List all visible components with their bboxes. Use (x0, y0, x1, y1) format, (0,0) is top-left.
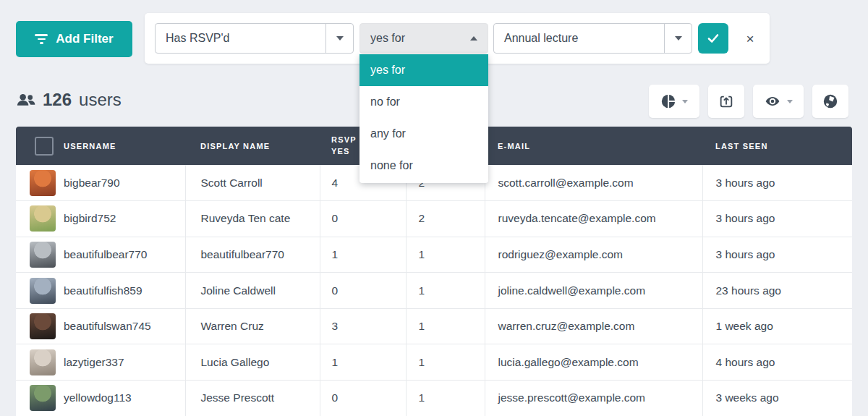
rsvp-other-count: 1 (406, 344, 485, 381)
rsvp-yes-count: 0 (320, 381, 406, 416)
email: scott.carroll@example.com (485, 165, 702, 201)
chevron-down-icon (326, 24, 353, 53)
users-icon (16, 93, 35, 107)
table-row[interactable]: beautifulswan745 Warren Cruz 3 1 warren.… (16, 308, 852, 344)
table-row[interactable]: beautifulbear770 beautifulbear770 1 1 ro… (16, 237, 852, 273)
avatar (30, 170, 56, 196)
dropdown-option[interactable]: no for (359, 86, 488, 118)
last-seen: 3 hours ago (702, 201, 852, 237)
column-header-username[interactable]: USERNAME (64, 142, 116, 150)
rsvp-yes-count: 1 (320, 237, 406, 273)
user-count-heading: 126 users (16, 90, 122, 110)
chevron-down-icon (787, 100, 793, 103)
email: lucia.gallego@example.com (485, 344, 702, 381)
table-row[interactable]: lazytiger337 Lucia Gallego 1 1 lucia.gal… (16, 344, 852, 381)
display-name: Jesse Prescott (185, 381, 320, 416)
export-button[interactable] (708, 85, 744, 118)
chevron-down-icon (682, 100, 688, 103)
visibility-menu-button[interactable] (753, 85, 804, 118)
filter-operator-select[interactable]: yes for (359, 23, 488, 54)
display-name: Joline Caldwell (185, 273, 320, 309)
avatar (30, 313, 56, 339)
filter-operator-value: yes for (360, 32, 460, 45)
column-header-email[interactable]: E-MAIL (485, 127, 702, 165)
operator-dropdown: yes forno forany fornone for (359, 54, 488, 183)
dropdown-option[interactable]: yes for (359, 54, 488, 86)
export-icon (718, 93, 734, 109)
display-name: Ruveyda Ten cate (185, 201, 320, 237)
pie-chart-icon (660, 93, 676, 109)
rsvp-other-count: 1 (406, 381, 485, 416)
rsvp-other-count: 1 (406, 237, 485, 273)
username: beautifulswan745 (64, 320, 151, 333)
avatar (30, 349, 56, 375)
select-all-checkbox[interactable] (35, 137, 54, 156)
column-header-last-seen[interactable]: LAST SEEN (702, 127, 852, 165)
username: yellowdog113 (64, 391, 132, 404)
apply-filter-button[interactable] (698, 23, 728, 54)
rsvp-other-count: 1 (406, 273, 485, 309)
last-seen: 23 hours ago (702, 273, 852, 309)
last-seen: 3 hours ago (702, 237, 852, 273)
add-filter-button[interactable]: Add Filter (16, 21, 132, 57)
rsvp-yes-count: 0 (320, 273, 406, 309)
chevron-up-icon (460, 24, 488, 53)
dropdown-option[interactable]: any for (359, 118, 488, 150)
rsvp-other-count: 1 (406, 308, 485, 344)
display-name: Scott Carroll (185, 165, 320, 201)
last-seen: 3 hours ago (702, 165, 852, 201)
avatar (30, 205, 56, 232)
check-icon (706, 31, 720, 46)
rsvp-yes-count: 3 (320, 308, 406, 344)
username: bigbear790 (64, 177, 120, 190)
username: beautifulbear770 (64, 248, 148, 261)
last-seen: 3 weeks ago (702, 381, 852, 416)
remove-filter-button[interactable]: × (741, 32, 759, 46)
filter-field-value: Has RSVP'd (156, 32, 326, 45)
eye-icon (764, 93, 781, 109)
filter-value-value: Annual lecture (494, 32, 664, 45)
table-row[interactable]: beautifulfish859 Joline Caldwell 0 1 jol… (16, 273, 852, 309)
user-count-label: users (79, 90, 122, 110)
chevron-down-icon (664, 24, 692, 53)
dropdown-option[interactable]: none for (359, 150, 488, 182)
globe-icon (822, 93, 838, 109)
table-row[interactable]: yellowdog113 Jesse Prescott 0 1 jesse.pr… (16, 381, 852, 416)
chart-menu-button[interactable] (649, 85, 699, 118)
column-header-display-name[interactable]: DISPLAY NAME (185, 127, 320, 165)
user-count: 126 (43, 90, 72, 110)
email: joline.caldwell@example.com (485, 273, 702, 309)
email: rodriguez@example.com (485, 237, 702, 273)
last-seen: 4 hours ago (702, 344, 852, 381)
table-toolbar (649, 85, 848, 118)
rsvp-yes-count: 1 (320, 344, 406, 381)
display-name: beautifulbear770 (185, 237, 320, 273)
display-name: Lucia Gallego (185, 344, 320, 381)
globe-button[interactable] (812, 85, 848, 118)
username: lazytiger337 (64, 356, 124, 369)
avatar (30, 278, 56, 304)
rsvp-other-count: 2 (406, 201, 485, 237)
email: warren.cruz@example.com (485, 308, 702, 344)
display-name: Warren Cruz (185, 308, 320, 344)
email: ruveyda.tencate@example.com (485, 201, 702, 237)
filter-icon (35, 34, 48, 44)
email: jesse.prescott@example.com (485, 381, 702, 416)
rsvp-yes-count: 0 (320, 201, 406, 237)
table-row[interactable]: bigbird752 Ruveyda Ten cate 0 2 ruveyda.… (16, 201, 852, 237)
filter-field-select[interactable]: Has RSVP'd (155, 23, 354, 54)
avatar (30, 385, 56, 411)
add-filter-label: Add Filter (56, 32, 113, 46)
username: beautifulfish859 (64, 284, 142, 297)
username: bigbird752 (64, 212, 116, 225)
avatar (30, 242, 56, 268)
last-seen: 1 week ago (702, 308, 852, 344)
filter-value-select[interactable]: Annual lecture (493, 23, 692, 54)
